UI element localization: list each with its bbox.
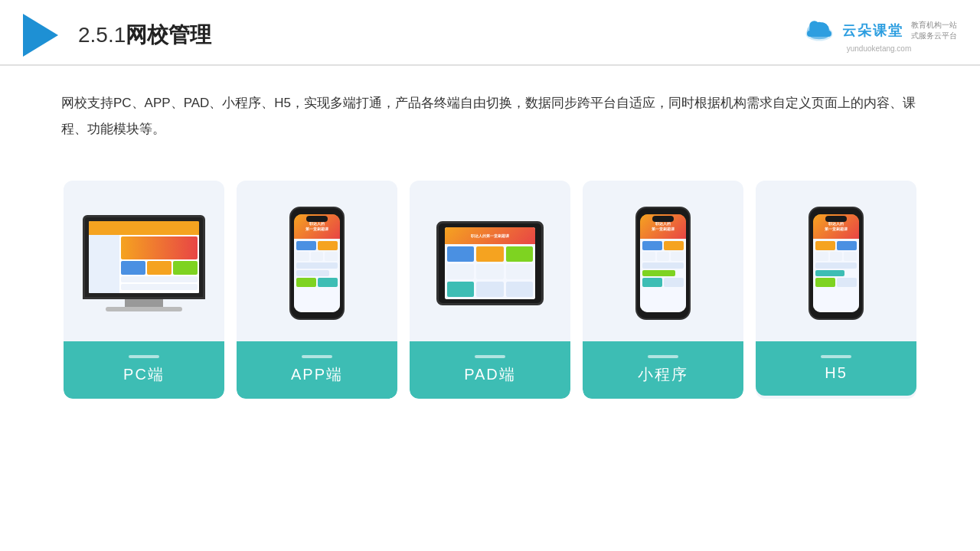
brand-url: yunduoketang.com bbox=[847, 44, 912, 53]
pc-mockup bbox=[83, 215, 205, 311]
pc-grid-item bbox=[147, 261, 172, 275]
phone-row5 bbox=[642, 252, 684, 261]
pc-stand bbox=[125, 299, 163, 307]
tablet-block bbox=[506, 282, 533, 297]
logo-triangle-icon bbox=[23, 14, 58, 57]
phone-block bbox=[657, 252, 670, 261]
card-h5: 职达人的第一堂刷题课 bbox=[756, 181, 916, 399]
tablet-block bbox=[476, 246, 503, 262]
pc-grid bbox=[121, 261, 198, 275]
card-app-image: 职达人的第一堂刷题课 bbox=[237, 181, 397, 341]
phone-block-full2 bbox=[642, 262, 684, 269]
pc-row bbox=[121, 276, 198, 282]
card-app-label: APP端 bbox=[237, 341, 397, 399]
phone-block bbox=[325, 252, 338, 261]
phone-block-teal bbox=[815, 270, 844, 276]
phone-screen-content3: 职达人的第一堂刷题课 bbox=[813, 214, 859, 312]
phone-screen: 职达人的第一堂刷题课 bbox=[294, 214, 340, 312]
card-label-bar5 bbox=[821, 355, 851, 358]
tablet-block bbox=[506, 264, 533, 279]
page-title: 2.5.1网校管理 bbox=[78, 21, 211, 50]
card-label-bar bbox=[129, 355, 159, 358]
pc-sidebar bbox=[89, 235, 119, 293]
tablet-block bbox=[476, 282, 503, 297]
tablet-header-text: 职达人的第一堂刷题课 bbox=[471, 233, 509, 238]
card-pad: 职达人的第一堂刷题课 bbox=[410, 181, 570, 399]
pc-main-content bbox=[119, 235, 199, 293]
card-pad-image: 职达人的第一堂刷题课 bbox=[410, 181, 570, 341]
phone-row2 bbox=[296, 252, 338, 261]
phone-block bbox=[837, 241, 857, 250]
phone-notch3 bbox=[825, 216, 847, 222]
card-h5-label: H5 bbox=[756, 341, 916, 396]
phone-body3 bbox=[813, 239, 859, 312]
brand-tagline2: 式服务云平台 bbox=[911, 31, 957, 41]
header: 2.5.1网校管理 云朵课堂 教育机构一站 式服务云平台 yunduoketan… bbox=[0, 0, 980, 66]
phone-row6 bbox=[642, 278, 684, 287]
card-app: 职达人的第一堂刷题课 bbox=[237, 181, 397, 399]
tablet-header: 职达人的第一堂刷题课 bbox=[445, 227, 535, 244]
phone-block bbox=[642, 241, 662, 250]
phone-block bbox=[296, 252, 309, 261]
card-miniapp-image: 职达人的第一堂刷题课 bbox=[583, 181, 743, 341]
app-phone-mockup: 职达人的第一堂刷题课 bbox=[289, 207, 345, 320]
phone-block bbox=[815, 278, 835, 287]
svg-point-4 bbox=[809, 21, 819, 31]
cloud-icon bbox=[801, 18, 838, 43]
tablet-block bbox=[447, 246, 474, 262]
pc-base bbox=[106, 307, 182, 311]
phone-block-green bbox=[642, 270, 675, 276]
header-left: 2.5.1网校管理 bbox=[23, 14, 211, 57]
card-miniapp: 职达人的第一堂刷题课 bbox=[583, 181, 743, 399]
phone-block bbox=[671, 252, 684, 261]
pc-banner bbox=[121, 236, 198, 259]
pc-row2 bbox=[121, 284, 198, 290]
miniapp-phone-mockup: 职达人的第一堂刷题课 bbox=[635, 207, 691, 320]
phone-block bbox=[311, 252, 324, 261]
pc-screen-outer bbox=[83, 215, 205, 299]
h5-phone-mockup: 职达人的第一堂刷题课 bbox=[808, 207, 864, 320]
pc-grid-item bbox=[121, 261, 145, 275]
card-label-bar2 bbox=[302, 355, 332, 358]
page-title-number: 2.5.1 bbox=[78, 23, 126, 47]
phone-block bbox=[664, 241, 684, 250]
cards-container: PC端 职达人的第一堂刷题课 bbox=[0, 165, 980, 414]
phone-block bbox=[296, 278, 316, 287]
phone-block-partial bbox=[296, 270, 329, 276]
phone-row4 bbox=[642, 241, 684, 250]
phone-screen-content: 职达人的第一堂刷题课 bbox=[294, 214, 340, 312]
phone-block bbox=[642, 278, 662, 287]
description-text: 网校支持PC、APP、PAD、小程序、H5，实现多端打通，产品各终端自由切换，数… bbox=[0, 66, 980, 158]
phone-header-text: 职达人的第一堂刷题课 bbox=[305, 221, 328, 232]
phone-block bbox=[642, 252, 655, 261]
phone-block bbox=[664, 278, 684, 287]
phone-row8 bbox=[815, 252, 857, 261]
pc-topbar bbox=[89, 221, 199, 235]
phone-block bbox=[296, 241, 316, 250]
brand-name: 云朵课堂 bbox=[842, 21, 903, 40]
card-label-bar3 bbox=[475, 355, 505, 358]
phone-block bbox=[830, 252, 843, 261]
card-pc-label: PC端 bbox=[64, 341, 224, 399]
card-pc-image bbox=[64, 181, 224, 341]
tablet-block bbox=[447, 282, 474, 297]
card-label-bar4 bbox=[648, 355, 678, 358]
phone-notch bbox=[306, 216, 328, 222]
pc-body bbox=[89, 235, 199, 293]
card-miniapp-label: 小程序 bbox=[583, 341, 743, 399]
phone-row7 bbox=[815, 241, 857, 250]
phone-block bbox=[844, 252, 857, 261]
brand-area: 云朵课堂 教育机构一站 式服务云平台 yunduoketang.com bbox=[801, 18, 957, 53]
phone-notch2 bbox=[652, 216, 674, 222]
phone-row9 bbox=[815, 278, 857, 287]
card-h5-image: 职达人的第一堂刷题课 bbox=[756, 181, 916, 341]
tablet-block bbox=[476, 264, 503, 279]
phone-row bbox=[296, 241, 338, 250]
svg-rect-6 bbox=[807, 31, 831, 37]
phone-header-text2: 职达人的第一堂刷题课 bbox=[652, 221, 675, 232]
phone-screen2: 职达人的第一堂刷题课 bbox=[640, 214, 686, 312]
phone-header-text3: 职达人的第一堂刷题课 bbox=[825, 221, 848, 232]
phone-row3 bbox=[296, 278, 338, 287]
phone-screen-content2: 职达人的第一堂刷题课 bbox=[640, 214, 686, 312]
phone-block bbox=[318, 241, 338, 250]
